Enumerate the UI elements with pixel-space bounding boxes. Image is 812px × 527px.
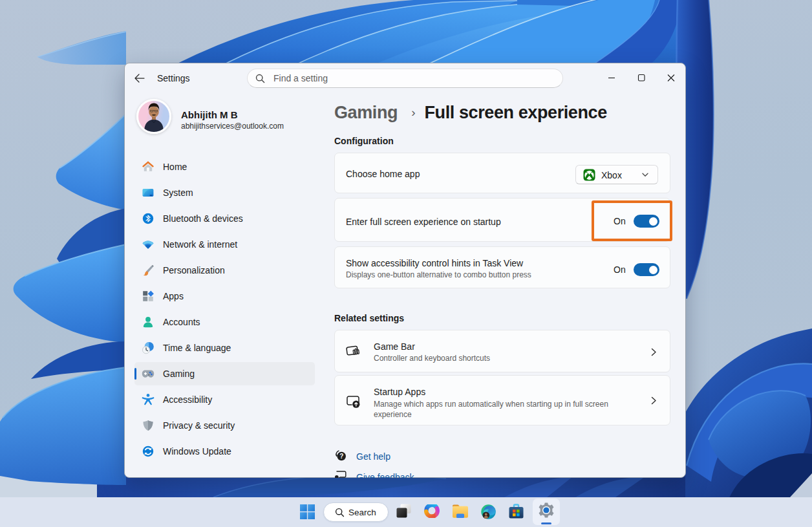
svg-text:?: ? bbox=[339, 453, 343, 460]
